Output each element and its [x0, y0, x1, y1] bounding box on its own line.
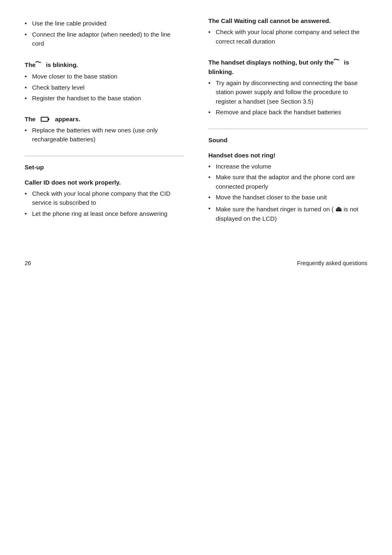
- intro-bullet-list: Use the line cable provided Connect the …: [25, 19, 184, 49]
- caller-id-heading: Caller ID does not work properly.: [25, 178, 184, 187]
- list-item: Let the phone ring at least once before …: [25, 209, 184, 219]
- list-item: Increase the volume: [208, 162, 367, 171]
- divider-sound: [208, 129, 367, 129]
- page-footer: 26 Frequently asked questions: [25, 260, 367, 266]
- svg-rect-0: [41, 117, 48, 121]
- call-waiting-list: Check with your local phone company and …: [208, 28, 367, 46]
- list-item: Move the handset closer to the base unit: [208, 193, 367, 202]
- antenna-blinking-heading: The ҇ is blinking.: [25, 60, 184, 70]
- handset-ring-list: Increase the volume Make sure that the a…: [208, 162, 367, 224]
- antenna-blinking-list: Move closer to the base station Check ba…: [25, 72, 184, 103]
- setup-section-label: Set-up: [25, 163, 184, 171]
- list-item: Make sure the handset ringer is turned o…: [208, 204, 367, 224]
- caller-id-list: Check with your local phone company that…: [25, 189, 184, 219]
- divider-setup: [25, 156, 184, 156]
- battery-icon: [41, 116, 51, 123]
- list-item: Connect the line adaptor (when needed) t…: [25, 30, 184, 49]
- svg-rect-1: [48, 118, 49, 120]
- handset-displays-list: Try again by disconnecting and connectin…: [208, 79, 367, 117]
- battery-icon-heading: The appears.: [25, 115, 184, 123]
- section-handset-displays: The handset displays nothing, but only t…: [208, 58, 367, 117]
- list-item: Remove and place back the handset batter…: [208, 108, 367, 117]
- page-number: 26: [25, 260, 31, 266]
- section-antenna-blinking: The ҇ is blinking. Move closer to the ba…: [25, 60, 184, 103]
- section-call-waiting: The Call Waiting call cannot be answered…: [208, 16, 367, 46]
- call-waiting-heading: The Call Waiting call cannot be answered…: [208, 16, 367, 25]
- sound-section-label: Sound: [208, 136, 367, 144]
- section-handset-ring: Handset does not ring! Increase the volu…: [208, 151, 367, 224]
- ringer-off-icon: ⏏: [335, 205, 342, 213]
- section-caller-id: Caller ID does not work properly. Check …: [25, 178, 184, 219]
- left-column: Use the line cable provided Connect the …: [25, 16, 188, 235]
- battery-icon-list: Replace the batteries with new ones (use…: [25, 126, 184, 144]
- list-item: Check with your local phone company and …: [208, 28, 367, 46]
- list-item: Try again by disconnecting and connectin…: [208, 79, 367, 106]
- section-intro: Use the line cable provided Connect the …: [25, 19, 184, 49]
- list-item: Register the handset to the base station: [25, 94, 184, 103]
- section-battery-icon: The appears. Replace the batteries with …: [25, 115, 184, 144]
- list-item: Make sure that the adaptor and the phone…: [208, 173, 367, 191]
- list-item: Move closer to the base station: [25, 72, 184, 81]
- list-item: Use the line cable provided: [25, 19, 184, 28]
- handset-ring-heading: Handset does not ring!: [208, 151, 367, 160]
- list-item: Replace the batteries with new ones (use…: [25, 126, 184, 144]
- footer-label: Frequently asked questions: [297, 260, 367, 266]
- handset-displays-heading: The handset displays nothing, but only t…: [208, 58, 367, 76]
- list-item: Check battery level: [25, 83, 184, 92]
- page-layout: Use the line cable provided Connect the …: [25, 16, 367, 235]
- right-column: The Call Waiting call cannot be answered…: [204, 16, 367, 235]
- list-item: Check with your local phone company that…: [25, 189, 184, 208]
